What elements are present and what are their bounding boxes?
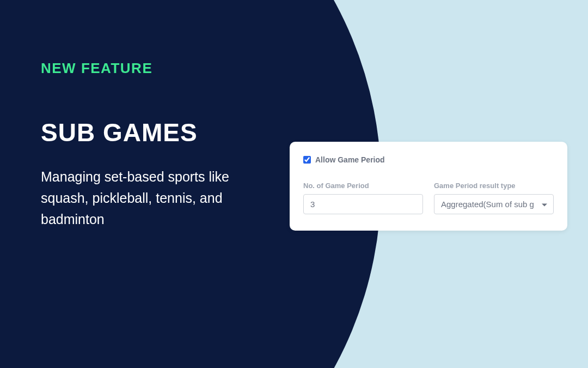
num-periods-label: No. of Game Period (303, 182, 423, 190)
result-type-select[interactable]: Aggregated(Sum of sub g (434, 194, 554, 214)
form-fields-row: No. of Game Period Game Period result ty… (303, 182, 554, 214)
page-title: SUB GAMES (41, 118, 245, 147)
num-periods-group: No. of Game Period (303, 182, 423, 214)
allow-game-period-row: Allow Game Period (303, 155, 554, 164)
hero-content: NEW FEATURE SUB GAMES Managing set-based… (0, 0, 245, 230)
result-type-select-wrapper: Aggregated(Sum of sub g (434, 194, 554, 214)
result-type-group: Game Period result type Aggregated(Sum o… (434, 182, 554, 214)
num-periods-input[interactable] (303, 194, 423, 214)
settings-card: Allow Game Period No. of Game Period Gam… (290, 142, 567, 231)
result-type-label: Game Period result type (434, 182, 554, 190)
allow-game-period-label: Allow Game Period (315, 155, 385, 164)
feature-badge: NEW FEATURE (41, 60, 245, 77)
page-description: Managing set-based sports like squash, p… (41, 166, 245, 230)
allow-game-period-checkbox[interactable] (303, 156, 311, 164)
